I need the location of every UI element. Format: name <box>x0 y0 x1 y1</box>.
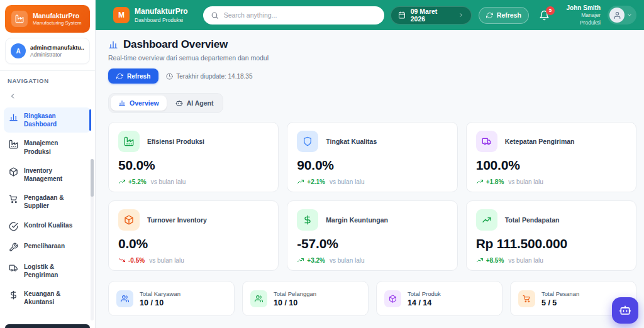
tab-overview[interactable]: Overview <box>111 96 167 111</box>
kpi-trend: +8.5%vs bulan lalu <box>476 256 626 264</box>
kpi-head: Margin Keuntungan <box>297 209 447 231</box>
refresh-icon <box>116 73 123 80</box>
app-logo: ManufakturPro Manufacturing System <box>5 5 90 33</box>
kpi-card-ketepatan-pengiriman: Ketepatan Pengiriman100.0%+1.8%vs bulan … <box>466 122 636 192</box>
actions-row: Refresh Terakhir diupdate: 14.18.35 <box>108 68 636 84</box>
kpi-card-turnover-inventory: Turnover Inventory0.0%-0.5%vs bulan lalu <box>108 200 279 271</box>
stat-icon-chip <box>518 290 535 307</box>
factory-icon <box>124 136 134 146</box>
sidebar-item-inventory-management[interactable]: Inventory Management <box>4 162 91 187</box>
trend-icon-wrap <box>476 178 484 185</box>
bar-chart-icon <box>108 40 118 50</box>
stat-value: 5 / 5 <box>541 298 579 307</box>
sidebar-scrollbar-thumb[interactable] <box>91 159 94 197</box>
stat-icon-chip <box>250 290 267 307</box>
date-picker-button[interactable]: 09 Maret 2026 <box>391 6 472 25</box>
sidebar-item-pengadaan-supplier[interactable]: Pengadaan & Supplier <box>4 189 91 214</box>
app-logo-title: ManufakturPro <box>33 12 82 20</box>
search-bar[interactable] <box>203 6 384 25</box>
trending-up-icon <box>118 178 126 185</box>
header-refresh-button[interactable]: Refresh <box>479 7 529 24</box>
box-icon <box>9 167 18 177</box>
calendar-icon <box>398 11 406 19</box>
user-icon <box>613 11 621 19</box>
sidebar-item-ringkasan-dashboard[interactable]: Ringkasan Dashboard <box>4 107 91 133</box>
kpi-trend-note: vs bulan lalu <box>149 257 184 264</box>
sidebar-bottom-card-edge <box>5 324 90 328</box>
box-icon <box>389 295 397 303</box>
header-avatar <box>609 8 625 23</box>
notifications-button[interactable]: 5 <box>539 10 550 21</box>
kpi-value: 50.0% <box>118 158 269 173</box>
chevron-left-icon <box>9 92 16 100</box>
kpi-trend-note: vs bulan lalu <box>508 257 543 264</box>
kpi-trend-note: vs bulan lalu <box>508 178 543 185</box>
kpi-trend-value: +3.2% <box>307 257 325 264</box>
tab-ai-agent[interactable]: AI Agent <box>168 96 221 111</box>
stat-label: Total Pelanggan <box>274 290 316 297</box>
stat-icon-chip <box>116 290 133 307</box>
tab-label: AI Agent <box>187 99 214 107</box>
sidebar-nav: Ringkasan DashboardManajemen ProduksiInv… <box>0 107 95 310</box>
stat-card-total-produk: Total Produk14 / 14 <box>376 281 502 316</box>
kpi-icon-chip <box>476 131 497 152</box>
sidebar: ManufakturPro Manufacturing System A adm… <box>0 0 96 328</box>
sidebar-collapse-button[interactable] <box>6 90 19 102</box>
kpi-label: Margin Keuntungan <box>326 216 388 224</box>
header-user-name: John Smith <box>560 4 601 12</box>
avatar: A <box>11 43 26 58</box>
title-icon-wrap <box>108 40 118 50</box>
user-chevron-wrap <box>626 12 633 18</box>
bar-chart-icon <box>118 99 126 107</box>
sidebar-item-label: Keuangan & Akuntansi <box>24 290 86 306</box>
truck-icon <box>482 136 492 146</box>
wrench-icon <box>9 243 18 252</box>
refresh-button-label: Refresh <box>127 73 150 80</box>
sidebar-item-kontrol-kualitas[interactable]: Kontrol Kualitas <box>4 217 91 236</box>
sidebar-item-label: Pemeliharaan <box>24 242 65 250</box>
trend-icon-wrap <box>297 178 304 185</box>
sidebar-item-manajemen-produksi[interactable]: Manajemen Produksi <box>4 134 91 160</box>
stat-value: 10 / 10 <box>140 298 180 307</box>
refresh-button[interactable]: Refresh <box>108 68 158 84</box>
kpi-trend-value: +8.5% <box>486 257 504 264</box>
kpi-trend-note: vs bulan lalu <box>330 257 365 264</box>
ai-assistant-fab[interactable] <box>612 297 638 324</box>
kpi-trend-note: vs bulan lalu <box>330 178 365 185</box>
factory-icon <box>15 14 24 23</box>
truck-icon <box>9 263 18 273</box>
user-menu-button[interactable] <box>608 6 636 25</box>
stat-value: 14 / 14 <box>408 298 441 307</box>
stat-label: Total Produk <box>408 290 441 297</box>
kpi-icon-chip <box>118 131 140 152</box>
stat-icon-chip <box>384 290 401 307</box>
trending-up-icon <box>297 256 304 264</box>
trending-up-icon <box>482 215 492 225</box>
clock-icon <box>166 73 173 80</box>
sidebar-item-label: Logistik & Pengiriman <box>24 263 86 279</box>
robot-icon <box>175 99 183 107</box>
trend-icon-wrap <box>118 256 126 264</box>
kpi-label: Efisiensi Produksi <box>147 138 204 145</box>
search-input[interactable] <box>224 11 377 19</box>
refresh-icon-wrap <box>486 12 493 19</box>
page-title: Dashboard Overview <box>123 38 228 51</box>
kpi-trend: -0.5%vs bulan lalu <box>118 256 269 264</box>
kpi-head: Efisiensi Produksi <box>118 131 269 152</box>
user-email: admin@manufaktu... <box>30 45 84 51</box>
sidebar-item-label: Manajemen Produksi <box>24 139 86 155</box>
kpi-icon-chip <box>118 209 140 231</box>
kpi-trend: +1.8%vs bulan lalu <box>476 178 626 185</box>
stats-row: Total Karyawan10 / 10Total Pelanggan10 /… <box>108 281 636 316</box>
sidebar-user-card[interactable]: A admin@manufaktu... Administrator <box>5 38 90 64</box>
sidebar-item-pemeliharaan[interactable]: Pemeliharaan <box>4 238 91 256</box>
brand-subtitle: Dashboard Produksi <box>135 17 188 23</box>
calendar-icon-wrap <box>398 11 406 19</box>
sidebar-item-logistik-pengiriman[interactable]: Logistik & Pengiriman <box>4 258 91 283</box>
kpi-head: Ketepatan Pengiriman <box>476 131 626 152</box>
sidebar-item-keuangan-akuntansi[interactable]: Keuangan & Akuntansi <box>4 285 91 310</box>
header-right-cluster: 09 Maret 2026 Refresh 5 John Smith Manaj… <box>391 4 636 26</box>
chevron-right-icon <box>458 12 464 18</box>
dollar-icon <box>9 290 18 300</box>
trending-up-icon <box>476 178 484 185</box>
